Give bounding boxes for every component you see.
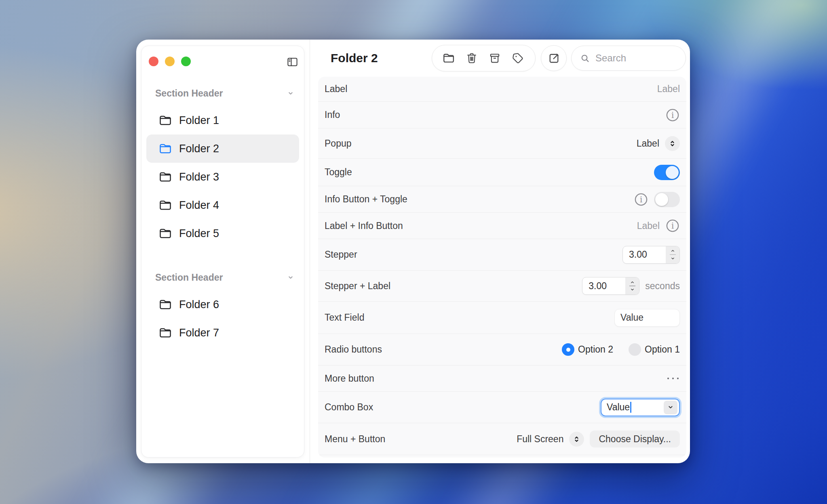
form-row-popup: Popup Label xyxy=(318,128,686,159)
sidebar-item-label: Folder 2 xyxy=(179,143,219,155)
radio-button[interactable] xyxy=(562,343,574,356)
info-button[interactable]: i xyxy=(665,108,680,122)
chevron-down-icon xyxy=(286,89,295,98)
stepper-unit-label: seconds xyxy=(645,281,680,292)
text-field-value: Value xyxy=(620,312,643,323)
folder-icon xyxy=(158,298,172,311)
folder-icon xyxy=(158,170,172,184)
stepper-buttons[interactable] xyxy=(666,246,679,263)
popup-value: Label xyxy=(637,138,659,149)
compose-button[interactable] xyxy=(541,45,567,71)
radio-button[interactable] xyxy=(629,343,641,356)
sidebar-item-label: Folder 7 xyxy=(179,327,219,339)
search-placeholder: Search xyxy=(595,52,626,64)
row-label: Info Button + Toggle xyxy=(325,194,407,205)
toggle-switch[interactable] xyxy=(654,165,680,180)
chevron-down-icon xyxy=(670,256,676,262)
form-row-label-value: Label Label xyxy=(318,77,686,102)
form-row-label-info: Label + Info Button Labeli xyxy=(318,213,686,239)
folder-icon xyxy=(158,142,172,155)
form-row-stepper-label: Stepper + Label 3.00 seconds xyxy=(318,271,686,302)
popup-chevron-button[interactable] xyxy=(665,136,680,151)
toggle-switch[interactable] xyxy=(654,192,680,207)
sidebar-item-label: Folder 6 xyxy=(179,298,219,311)
radio-option-option-2[interactable]: Option 2 xyxy=(562,343,613,356)
form-row-toggle: Toggle xyxy=(318,159,686,186)
sidebar-item-folder-4[interactable]: Folder 4 xyxy=(146,191,299,219)
popup-chevron-button[interactable] xyxy=(569,432,584,447)
combo-dropdown-button[interactable] xyxy=(664,401,677,414)
row-label: Toggle xyxy=(325,167,352,178)
sidebar-section-header[interactable]: Section Header xyxy=(146,84,299,102)
combo-box[interactable]: Value xyxy=(601,399,680,416)
minimize-button[interactable] xyxy=(165,57,175,66)
trash-button[interactable] xyxy=(465,51,479,65)
value-label: Label xyxy=(657,84,680,94)
chevron-up-icon xyxy=(670,248,676,254)
traffic-lights xyxy=(149,57,191,66)
archivebox-button[interactable] xyxy=(488,51,502,65)
sidebar-item-label: Folder 4 xyxy=(179,199,219,212)
sidebar-item-folder-3[interactable]: Folder 3 xyxy=(146,163,299,191)
row-label: Popup xyxy=(325,138,352,149)
menu-value: Full Screen xyxy=(517,434,563,445)
choose-display-button[interactable]: Choose Display... xyxy=(590,430,680,447)
svg-text:i: i xyxy=(671,110,674,120)
form-row-menu-button: Menu + Button Full ScreenChoose Display.… xyxy=(318,423,686,455)
sidebar-item-folder-1[interactable]: Folder 1 xyxy=(146,106,299,134)
stepper-control[interactable]: 3.00 xyxy=(582,277,639,295)
sidebar-item-label: Folder 3 xyxy=(179,171,219,183)
split-divider[interactable] xyxy=(310,40,310,463)
row-label: Stepper + Label xyxy=(325,281,390,292)
row-label: More button xyxy=(325,373,374,384)
search-input[interactable]: Search xyxy=(571,46,686,71)
chevron-up-icon xyxy=(629,279,635,285)
row-label: Menu + Button xyxy=(325,434,385,445)
section-header-label: Section Header xyxy=(155,272,223,283)
combo-box-value: Value xyxy=(607,402,630,413)
sidebar-item-folder-2[interactable]: Folder 2 xyxy=(146,134,299,163)
folder-icon xyxy=(158,113,172,127)
stepper-buttons[interactable] xyxy=(625,277,639,294)
radio-option-option-1[interactable]: Option 1 xyxy=(629,343,680,356)
section-header-label: Section Header xyxy=(155,88,223,99)
zoom-button[interactable] xyxy=(181,57,191,66)
section-gap xyxy=(146,248,299,258)
detail-toolbar: Folder 2 Search xyxy=(310,40,690,77)
sidebar-item-folder-5[interactable]: Folder 5 xyxy=(146,219,299,248)
more-button[interactable] xyxy=(666,374,680,383)
folder-icon xyxy=(158,326,172,340)
tag-button[interactable] xyxy=(511,51,525,65)
page-title: Folder 2 xyxy=(331,40,378,77)
sidebar-item-folder-6[interactable]: Folder 6 xyxy=(146,290,299,319)
folder-icon xyxy=(158,227,172,240)
chevron-down-icon xyxy=(286,273,295,282)
stepper-control[interactable]: 3.00 xyxy=(622,246,680,264)
toolbar-button-group xyxy=(432,45,536,71)
form-row-radios: Radio buttons Option 2 Option 1 xyxy=(318,334,686,365)
sidebar-item-label: Folder 5 xyxy=(179,227,219,240)
folder-button[interactable] xyxy=(442,51,456,65)
sidebar-section-header[interactable]: Section Header xyxy=(146,269,299,286)
svg-text:i: i xyxy=(671,221,674,231)
form-row-textfield: Text Field Value xyxy=(318,302,686,334)
row-label: Text Field xyxy=(325,312,364,323)
radio-label: Option 2 xyxy=(578,344,613,355)
row-label: Info xyxy=(325,109,340,120)
stepper-value: 3.00 xyxy=(582,277,625,294)
sidebar-item-folder-7[interactable]: Folder 7 xyxy=(146,319,299,347)
sidebar-folder-list: Section Header Folder 1 Folder 2 Folder … xyxy=(146,74,299,347)
value-label: Label xyxy=(637,220,660,231)
text-field[interactable]: Value xyxy=(614,309,680,327)
settings-form: Label Label Info i Popup Label Toggle In… xyxy=(318,77,686,458)
info-button[interactable]: i xyxy=(634,192,648,207)
row-label: Label xyxy=(325,84,347,94)
sidebar: Section Header Folder 1 Folder 2 Folder … xyxy=(141,46,304,458)
row-label: Stepper xyxy=(325,249,357,260)
info-button[interactable]: i xyxy=(665,218,680,233)
close-button[interactable] xyxy=(149,57,158,66)
sidebar-titlebar xyxy=(141,46,304,74)
sidebar-toggle-icon[interactable] xyxy=(286,56,299,68)
stepper-value: 3.00 xyxy=(623,246,666,263)
desktop-wallpaper: Section Header Folder 1 Folder 2 Folder … xyxy=(0,0,827,504)
